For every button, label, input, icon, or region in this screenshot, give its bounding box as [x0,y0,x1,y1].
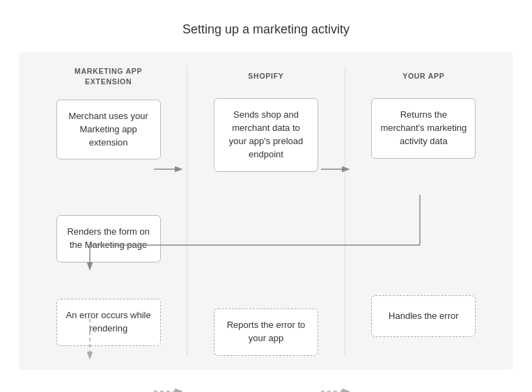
col-header-yourapp: YOUR APP [402,66,444,86]
col-yourapp: YOUR APP Returns the merchant's marketin… [345,66,502,355]
diagram-title: Setting up a marketing activity [19,22,513,37]
diagram-wrapper: Setting up a marketing activity MARKETIN… [12,8,520,383]
diagram-inner: MARKETING APP EXTENSION Merchant uses yo… [30,66,502,355]
box-reports-error: Reports the error to your app [214,308,318,356]
col-header-shopify: SHOPIFY [248,66,283,86]
box-error-occurs: An error occurs while rendering [56,299,161,346]
col-extension: MARKETING APP EXTENSION Merchant uses yo… [30,66,187,355]
box-merchant-uses: Merchant uses your Marketing app extensi… [56,100,161,160]
diagram-container: MARKETING APP EXTENSION Merchant uses yo… [19,52,513,369]
box-sends-shop: Sends shop and merchant data to your app… [214,98,318,171]
col-shopify: SHOPIFY Sends shop and merchant data to … [187,66,345,355]
col-header-extension: MARKETING APP EXTENSION [75,66,142,86]
columns-layout: MARKETING APP EXTENSION Merchant uses yo… [30,66,502,355]
box-returns-data: Returns the merchant's marketing activit… [371,98,476,159]
box-handles-error: Handles the error [371,295,476,337]
box-renders-form: Renders the form on the Marketing page [56,215,161,262]
